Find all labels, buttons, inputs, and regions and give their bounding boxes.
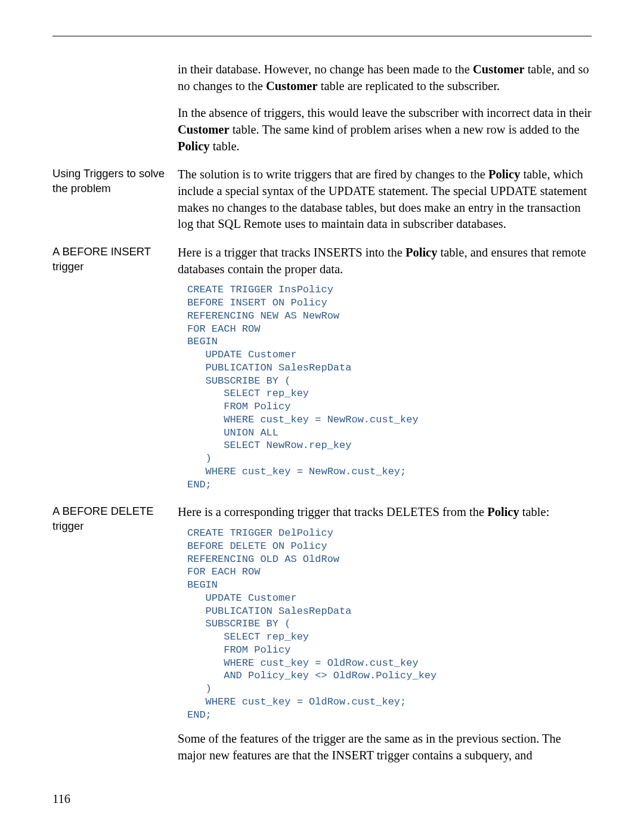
sec3-para-2: Some of the features of the trigger are … bbox=[178, 731, 592, 764]
bold-policy-4: Policy bbox=[487, 505, 519, 518]
section-using-triggers: Using Triggers to solve the problem The … bbox=[52, 166, 592, 233]
side-label-3: A BEFORE DELETE trigger bbox=[52, 504, 178, 764]
sec3-para: Here is a corresponding trigger that tra… bbox=[178, 504, 592, 521]
intro-main: in their database. However, no change ha… bbox=[178, 61, 592, 155]
text: in their database. However, no change ha… bbox=[178, 63, 473, 76]
bold-policy-1: Policy bbox=[178, 140, 210, 153]
text: Here is a corresponding trigger that tra… bbox=[178, 505, 487, 518]
sec1-para: The solution is to write triggers that a… bbox=[178, 166, 592, 233]
side-empty bbox=[52, 61, 178, 155]
text: table: bbox=[519, 505, 550, 518]
horizontal-rule bbox=[52, 36, 592, 36]
side-label-2: A BEFORE INSERT trigger bbox=[52, 245, 178, 492]
intro-para-2: In the absence of triggers, this would l… bbox=[178, 105, 592, 155]
section-before-insert: A BEFORE INSERT trigger Here is a trigge… bbox=[52, 245, 592, 492]
sec1-main: The solution is to write triggers that a… bbox=[178, 166, 592, 233]
text: table. bbox=[210, 140, 240, 153]
bold-customer-1: Customer bbox=[473, 63, 525, 76]
intro-para-1: in their database. However, no change ha… bbox=[178, 61, 592, 94]
bold-policy-3: Policy bbox=[405, 246, 438, 259]
code-del-policy: CREATE TRIGGER DelPolicy BEFORE DELETE O… bbox=[187, 527, 592, 721]
sec2-para: Here is a trigger that tracks INSERTS in… bbox=[178, 245, 592, 277]
text: Here is a trigger that tracks INSERTS in… bbox=[178, 246, 405, 259]
intro-block: in their database. However, no change ha… bbox=[52, 61, 592, 155]
text: In the absence of triggers, this would l… bbox=[178, 106, 592, 119]
code-ins-policy: CREATE TRIGGER InsPolicy BEFORE INSERT O… bbox=[187, 283, 592, 491]
bold-customer-3: Customer bbox=[178, 123, 230, 136]
sec3-main: Here is a corresponding trigger that tra… bbox=[178, 504, 592, 764]
bold-customer-2: Customer bbox=[266, 79, 318, 92]
bold-policy-2: Policy bbox=[488, 168, 521, 181]
text: table are replicated to the subscriber. bbox=[318, 79, 500, 92]
text: table. The same kind of problem arises w… bbox=[230, 123, 580, 136]
side-label-1: Using Triggers to solve the problem bbox=[52, 166, 178, 233]
sec2-main: Here is a trigger that tracks INSERTS in… bbox=[178, 245, 592, 492]
text: The solution is to write triggers that a… bbox=[178, 168, 488, 181]
page-number: 116 bbox=[52, 791, 70, 808]
section-before-delete: A BEFORE DELETE trigger Here is a corres… bbox=[52, 504, 592, 764]
